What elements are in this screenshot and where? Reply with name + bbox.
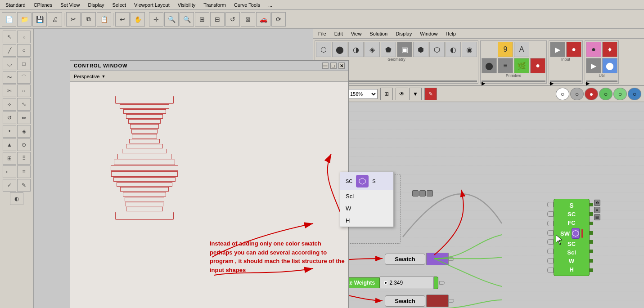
menu-transform[interactable]: Transform	[200, 1, 230, 9]
menu-display[interactable]: Display	[84, 1, 108, 9]
dropdown-sc-row[interactable]: SC S	[340, 172, 393, 190]
select-tool[interactable]: ↖	[3, 31, 16, 43]
gh-canvas[interactable]: SC S Scl W H	[313, 102, 644, 308]
gh-icon-7[interactable]: ⬢	[413, 42, 428, 57]
array-tool[interactable]: ⠿	[17, 152, 31, 165]
small-node-3[interactable]	[427, 190, 433, 196]
gh-menu-help[interactable]: Help	[442, 30, 459, 37]
line-tool[interactable]: ╱	[3, 44, 16, 57]
menu-select[interactable]: Select	[109, 1, 130, 9]
viewport-dropdown-arrow[interactable]: ▼	[101, 74, 105, 79]
gh-view-green2[interactable]: ○	[613, 88, 627, 100]
zoom-extents-btn[interactable]: ⊞	[195, 12, 209, 27]
settings-icon-2[interactable]: ≡	[594, 207, 600, 213]
lasso-tool[interactable]: ⬦	[17, 31, 31, 43]
osnapcheck-tool[interactable]: ✎	[17, 179, 31, 192]
swatch1-node[interactable]: Swatch	[385, 253, 454, 265]
arc-tool[interactable]: ◡	[3, 58, 16, 70]
paste-btn[interactable]: 📋	[97, 12, 111, 27]
stroke-weights-slider[interactable]: 2.349	[380, 277, 434, 289]
gh-view-gray[interactable]: ○	[570, 88, 584, 100]
menu-cplanes[interactable]: CPlanes	[30, 1, 56, 9]
group-tool[interactable]: ⊞	[3, 152, 16, 165]
spline-tool[interactable]: 〜	[3, 71, 16, 84]
gh-prim-icon-1[interactable]: 9	[498, 42, 513, 57]
dropdown-scl[interactable]: Scl	[340, 190, 393, 202]
car-btn[interactable]: 🚗	[256, 12, 270, 27]
gh-icon-10[interactable]: ◉	[462, 42, 477, 57]
move-btn[interactable]: ✛	[149, 12, 163, 27]
gh-icon-5[interactable]: ⬟	[381, 42, 396, 57]
menu-standard[interactable]: Standard	[2, 1, 29, 9]
extrude-tool[interactable]: ▲	[3, 138, 16, 151]
gh-prim-icon-3[interactable]: ⬤	[482, 58, 497, 73]
gh-zoom-select[interactable]: 156% 100% 75% 50%	[346, 89, 378, 99]
open-btn[interactable]: 📁	[17, 12, 32, 27]
scale2d-tool[interactable]: ⤡	[17, 98, 31, 111]
gh-prim-icon-2[interactable]: A	[514, 42, 529, 57]
close-btn[interactable]: ✕	[338, 62, 345, 69]
new-file-btn[interactable]: 📄	[2, 12, 16, 27]
rotate3d-tool[interactable]: ↺	[3, 112, 16, 124]
gh-pencil-btn[interactable]: ✎	[424, 88, 437, 100]
gh-icon-4[interactable]: ◈	[365, 42, 380, 57]
gh-input-icon-2[interactable]: ●	[566, 42, 581, 57]
check-tool[interactable]: ✓	[3, 179, 16, 192]
gh-util-icon-4[interactable]: ⬤	[602, 58, 617, 73]
print-btn[interactable]: 🖨	[48, 12, 62, 27]
gh-prim-icon-4[interactable]: ≡	[498, 58, 513, 73]
gh-eye-arrow[interactable]: ▼	[409, 88, 422, 100]
dropdown-w[interactable]: W	[340, 202, 393, 214]
menu-visibility[interactable]: Visibility	[174, 1, 199, 9]
minimize-btn[interactable]: —	[322, 62, 329, 69]
viewport-btn[interactable]: ⊠	[241, 12, 255, 27]
circle-tool[interactable]: ○	[17, 44, 31, 57]
gh-view-red[interactable]: ●	[585, 88, 598, 100]
copy-btn[interactable]: ⧉	[81, 12, 96, 27]
undo-btn[interactable]: ↩	[115, 12, 130, 27]
gh-icon-8[interactable]: ⬡	[429, 42, 445, 57]
small-node-2[interactable]	[419, 190, 426, 196]
gh-menu-view[interactable]: View	[347, 30, 365, 37]
gh-util-icon-3[interactable]: ▶	[586, 58, 601, 73]
gh-fit-btn[interactable]: ⊞	[380, 88, 393, 100]
gh-icon-6[interactable]: ▣	[397, 42, 412, 57]
save-btn[interactable]: 💾	[32, 12, 47, 27]
pan-btn[interactable]: ✋	[131, 12, 145, 27]
move-tool[interactable]: ⟡	[3, 98, 16, 111]
zoom-window-btn[interactable]: ⊟	[210, 12, 225, 27]
gh-menu-edit[interactable]: Edit	[331, 30, 347, 37]
gh-menu-file[interactable]: File	[315, 30, 330, 37]
extend-tool[interactable]: ↔	[17, 85, 31, 97]
gh-input-icon-1[interactable]: ▶	[550, 42, 565, 57]
gh-prim-icon-5[interactable]: 🌿	[514, 58, 529, 73]
gh-input-bar[interactable]: ▶	[550, 80, 581, 82]
swatch2-node[interactable]: Swatch	[385, 295, 454, 307]
analyze-tool[interactable]: ◐	[10, 192, 23, 205]
menu-more[interactable]: ...	[265, 1, 276, 9]
gh-view-green1[interactable]: ○	[599, 88, 612, 100]
dim-tool[interactable]: ⟵	[3, 165, 16, 178]
menu-setview[interactable]: Set View	[57, 1, 83, 9]
mirror-tool[interactable]: ⇔	[17, 112, 31, 124]
gh-view-blue[interactable]: ○	[628, 88, 641, 100]
point-tool[interactable]: •	[3, 125, 16, 138]
gh-icon-2[interactable]: ⬤	[332, 42, 347, 57]
zoom-out-btn[interactable]: 🔍	[180, 12, 194, 27]
rotate-btn[interactable]: ⟳	[271, 12, 286, 27]
zoom-selected-btn[interactable]: ↺	[225, 12, 240, 27]
gh-view-white[interactable]: ○	[556, 88, 569, 100]
gh-menu-solution[interactable]: Solution	[366, 30, 391, 37]
hatch-tool[interactable]: ≡	[17, 165, 31, 178]
gh-icon-3[interactable]: ◑	[348, 42, 364, 57]
gh-util-icon-1[interactable]: ●	[586, 42, 601, 57]
settings-icon-3[interactable]: ▤	[594, 214, 600, 220]
menu-curve-tools[interactable]: Curve Tools	[230, 1, 264, 9]
fillet-tool[interactable]: ⌒	[17, 71, 31, 84]
gh-util-bar[interactable]: ▶	[586, 80, 617, 82]
gh-primitive-bar[interactable]: ▶	[482, 80, 545, 82]
dropdown-h[interactable]: H	[340, 214, 393, 227]
gh-icon-1[interactable]: ⬡	[316, 42, 331, 57]
settings-icon[interactable]: ⚙	[594, 200, 600, 206]
gh-menu-window[interactable]: Window	[416, 30, 441, 37]
